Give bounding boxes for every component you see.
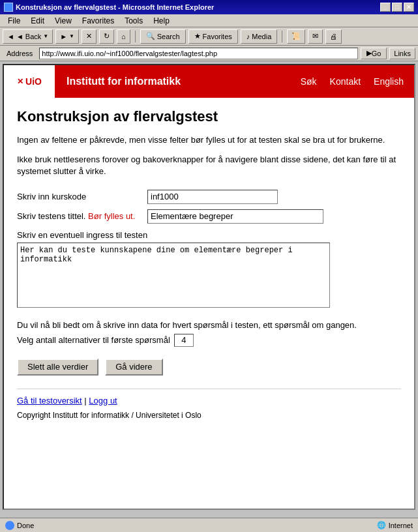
tittel-label-text: Skriv testens tittel. xyxy=(17,211,85,221)
print-button[interactable]: 🖨 xyxy=(325,29,342,44)
window-title-left: Konstruksjon av flervalgstest - Microsof… xyxy=(4,3,214,12)
uio-logo-text: UiO xyxy=(25,76,42,87)
address-bar: Address ▶ Go Links xyxy=(0,46,418,61)
minimize-button[interactable]: _ xyxy=(380,3,391,12)
institute-name: Institutt for informatikk xyxy=(67,76,181,87)
delete-button[interactable]: Slett alle verdier xyxy=(17,359,98,376)
logout-link[interactable]: Logg ut xyxy=(89,396,117,406)
nav-links: Søk Kontakt English xyxy=(301,76,404,87)
tittel-label: Skriv testens tittel. Bør fylles ut. xyxy=(17,211,147,221)
uio-nav: Institutt for informatikk Søk Kontakt En… xyxy=(56,65,414,98)
media-button[interactable]: ♪ Media xyxy=(241,29,277,44)
refresh-button[interactable]: ↻ xyxy=(99,29,114,44)
go-icon: ▶ xyxy=(366,49,372,57)
links-label: Links xyxy=(394,50,411,57)
stop-icon: ✕ xyxy=(86,32,92,40)
status-done-text: Done xyxy=(17,522,34,529)
maximize-button[interactable]: □ xyxy=(392,3,402,12)
nav-link-sok[interactable]: Søk xyxy=(301,76,317,87)
favorites-button[interactable]: ★ Favorites xyxy=(188,29,238,44)
window-controls: _ □ ✕ xyxy=(380,3,414,12)
zone-icon: 🌐 xyxy=(377,521,386,529)
status-icon xyxy=(5,521,14,530)
uio-header: ✕ UiO Institutt for informatikk Søk Kont… xyxy=(4,65,414,98)
forward-button[interactable]: ► ▼ xyxy=(55,29,79,44)
menu-view[interactable]: View xyxy=(50,15,77,27)
history-button[interactable]: 📜 xyxy=(287,29,305,44)
info-text: Ingen av feltene er påkrevde, men visse … xyxy=(17,134,401,146)
toolbar-sep-1 xyxy=(135,31,136,42)
count-row: Velg antall alternativer til første spør… xyxy=(17,334,401,347)
back-dropdown-icon: ▼ xyxy=(43,33,48,39)
home-icon: ⌂ xyxy=(121,33,126,40)
favorites-label: Favorites xyxy=(203,33,232,40)
ingress-label: Skriv en eventuell ingress til testen xyxy=(17,230,401,240)
window-title-bar: Konstruksjon av flervalgstest - Microsof… xyxy=(0,0,418,14)
print-icon: 🖨 xyxy=(330,33,337,40)
menu-bar: File Edit View Favorites Tools Help xyxy=(0,14,418,27)
stop-button[interactable]: ✕ xyxy=(82,29,97,44)
menu-favorites[interactable]: Favorites xyxy=(77,15,119,27)
forward-icon: ► xyxy=(60,33,67,40)
toolbar-sep-2 xyxy=(282,31,282,42)
mail-button[interactable]: ✉ xyxy=(308,29,323,44)
mail-icon: ✉ xyxy=(312,32,318,40)
media-label: Media xyxy=(252,33,271,40)
overview-link[interactable]: Gå til testoversikt xyxy=(17,396,82,406)
tittel-row: Skriv testens tittel. Bør fylles ut. xyxy=(17,209,401,224)
menu-edit[interactable]: Edit xyxy=(25,15,50,27)
toolbar: ◄ ◄ Back ▼ ► ▼ ✕ ↻ ⌂ 🔍 Search ★ Favorite… xyxy=(0,27,418,46)
uio-logo-box: ✕ UiO xyxy=(4,65,56,98)
tittel-required-text: Bør fylles ut. xyxy=(88,211,135,221)
address-label: Address xyxy=(3,50,37,57)
warning-text: Ikke bruk nettleserens forover og bakove… xyxy=(17,154,401,177)
media-icon: ♪ xyxy=(246,33,250,40)
home-button[interactable]: ⌂ xyxy=(117,29,130,44)
ingress-textarea[interactable]: Her kan du teste kunnskapene dine om ele… xyxy=(17,243,330,308)
refresh-icon: ↻ xyxy=(104,32,110,40)
footer-copyright: Copyright Institutt for informatikk / Un… xyxy=(17,411,401,426)
nav-link-english[interactable]: English xyxy=(374,76,404,87)
menu-help[interactable]: Help xyxy=(148,15,175,27)
count-label: Velg antall alternativer til første spør… xyxy=(17,335,170,345)
status-bar: Done 🌐 Internet xyxy=(0,518,418,532)
search-label: Search xyxy=(157,33,180,40)
page-content-area: ✕ UiO Institutt for informatikk Søk Kont… xyxy=(3,64,415,510)
count-info-text: Du vil nå bli bedt om å skrive inn data … xyxy=(17,320,401,330)
kurskode-label: Skriv inn kurskode xyxy=(17,192,147,201)
back-button[interactable]: ◄ ◄ Back ▼ xyxy=(3,29,53,44)
status-left: Done xyxy=(5,521,34,530)
next-button[interactable]: Gå videre xyxy=(105,359,162,376)
links-button[interactable]: Links xyxy=(389,48,415,59)
uio-logo: ✕ UiO xyxy=(17,76,42,87)
close-button[interactable]: ✕ xyxy=(404,3,414,12)
ie-icon xyxy=(4,3,13,12)
back-label: ◄ Back xyxy=(16,33,41,40)
zone-text: Internet xyxy=(389,522,413,529)
favorites-icon: ★ xyxy=(194,32,201,40)
window-title-text: Konstruksjon av flervalgstest - Microsof… xyxy=(16,3,214,11)
menu-file[interactable]: File xyxy=(3,15,25,27)
nav-link-kontakt[interactable]: Kontakt xyxy=(330,76,361,87)
count-section: Du vil nå bli bedt om å skrive inn data … xyxy=(17,320,401,347)
main-content: Konstruksjon av flervalgstest Ingen av f… xyxy=(4,98,414,437)
history-icon: 📜 xyxy=(291,32,301,40)
status-right: 🌐 Internet xyxy=(377,521,413,529)
footer-links: Gå til testoversikt | Logg ut xyxy=(17,389,401,406)
forward-dropdown-icon: ▼ xyxy=(69,33,74,39)
address-input[interactable] xyxy=(39,48,357,59)
menu-tools[interactable]: Tools xyxy=(119,15,148,27)
button-row: Slett alle verdier Gå videre xyxy=(17,359,401,376)
search-button[interactable]: 🔍 Search xyxy=(140,29,186,44)
go-label: Go xyxy=(372,50,381,57)
kurskode-input[interactable] xyxy=(147,190,278,204)
back-icon: ◄ xyxy=(7,33,14,40)
page-title: Konstruksjon av flervalgstest xyxy=(17,108,401,125)
go-button[interactable]: ▶ Go xyxy=(361,48,387,59)
footer-separator: | xyxy=(84,396,86,406)
search-icon: 🔍 xyxy=(146,32,155,40)
kurskode-row: Skriv inn kurskode xyxy=(17,190,401,204)
count-input[interactable] xyxy=(174,334,194,347)
tittel-input[interactable] xyxy=(147,209,323,224)
uio-logo-x: ✕ xyxy=(17,77,23,86)
